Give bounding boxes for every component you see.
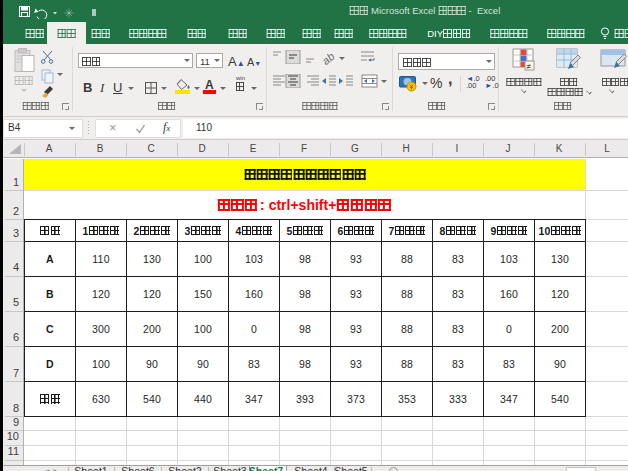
svg-text:ab: ab [322,50,337,65]
svg-text:≠: ≠ [527,62,532,71]
